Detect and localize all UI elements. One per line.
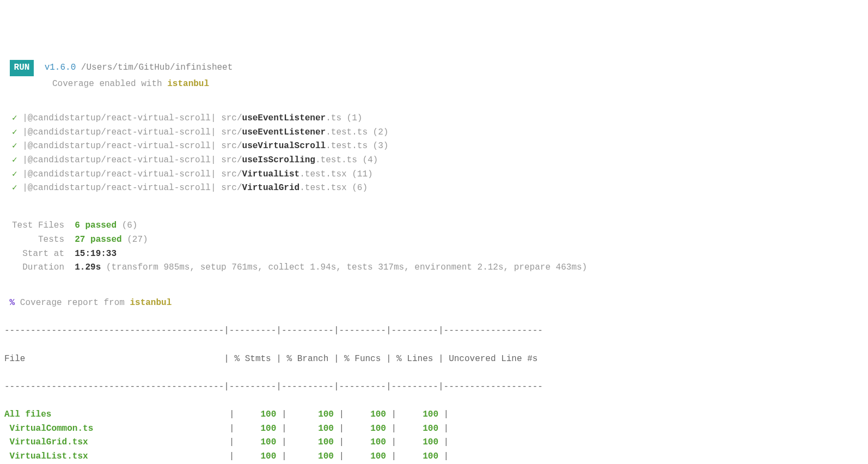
package-name: @candidstartup/react-virtual-scroll	[28, 155, 211, 165]
coverage-report-line: % Coverage report from istanbul	[4, 296, 864, 310]
file-name: VirtualGrid	[242, 183, 300, 193]
test-files-label: Test Files	[12, 221, 64, 230]
summary-duration: Duration 1.29s (transform 985ms, setup 7…	[12, 261, 864, 275]
coverage-stmts: 100	[240, 424, 276, 434]
file-ext: .test.ts	[326, 127, 368, 137]
table-row: VirtualCommon.ts | 100 | 100 | 100 | 100…	[4, 422, 864, 436]
file-ext: .ts	[326, 113, 341, 123]
tests-label: Tests	[38, 235, 64, 245]
coverage-lines: 100	[402, 424, 438, 434]
coverage-tool: istanbul	[167, 79, 209, 89]
summary-test-files: Test Files 6 passed (6)	[12, 219, 864, 233]
package-name: @candidstartup/react-virtual-scroll	[28, 183, 211, 193]
test-files-passed: 6 passed	[75, 221, 117, 230]
coverage-funcs: 100	[350, 410, 386, 419]
coverage-stmts: 100	[240, 410, 276, 419]
file-ext: .test.tsx	[299, 169, 346, 179]
coverage-funcs: 100	[350, 424, 386, 434]
file-dir: src/	[221, 155, 242, 165]
test-files-total: (6)	[122, 221, 138, 230]
test-files-list: ✓ |@candidstartup/react-virtual-scroll| …	[12, 112, 864, 196]
test-count: (6)	[352, 183, 368, 193]
pipe-separator: |	[22, 141, 28, 151]
table-divider-top: ----------------------------------------…	[4, 324, 864, 338]
coverage-file: VirtualList.tsx	[4, 451, 88, 461]
pipe-separator: |	[211, 155, 216, 165]
package-name: @candidstartup/react-virtual-scroll	[28, 169, 211, 179]
test-count: (11)	[352, 169, 372, 179]
pipe-separator: |	[211, 183, 216, 193]
pipe-separator: |	[22, 169, 28, 179]
coverage-branch: 100	[292, 437, 334, 447]
pipe-separator: |	[22, 155, 28, 165]
file-dir: src/	[221, 183, 242, 193]
duration-detail: (transform 985ms, setup 761ms, collect 1…	[106, 262, 587, 272]
pipe-separator: |	[211, 113, 216, 123]
summary-tests: Tests 27 passed (27)	[12, 233, 864, 247]
version-text: v1.6.0	[45, 63, 76, 72]
coverage-file: All files	[4, 410, 51, 419]
file-name: useEventListener	[242, 113, 326, 123]
duration-label: Duration	[22, 262, 64, 272]
coverage-report-prefix: Coverage report from	[15, 298, 130, 308]
file-ext: .test.ts	[326, 141, 368, 151]
run-badge: RUN	[10, 60, 34, 76]
pipe-separator: |	[211, 141, 216, 151]
check-icon: ✓	[12, 155, 17, 165]
duration-value: 1.29s	[75, 262, 101, 272]
pipe-separator: |	[22, 113, 28, 123]
pipe-separator: |	[22, 127, 28, 137]
pipe-separator: |	[22, 183, 28, 193]
test-count: (4)	[362, 155, 378, 165]
file-dir: src/	[221, 127, 242, 137]
check-icon: ✓	[12, 141, 17, 151]
table-header-row: File | % Stmts | % Branch | % Funcs | % …	[4, 352, 864, 367]
table-divider-mid: ----------------------------------------…	[4, 380, 864, 394]
tests-total: (27)	[127, 235, 148, 245]
coverage-funcs: 100	[350, 451, 386, 461]
file-ext: .test.tsx	[299, 183, 346, 193]
file-ext: .test.ts	[315, 155, 357, 165]
file-dir: src/	[221, 169, 242, 179]
test-file-line: ✓ |@candidstartup/react-virtual-scroll| …	[12, 139, 864, 154]
file-name: useIsScrolling	[242, 155, 315, 165]
run-header: RUN v1.6.0 /Users/tim/GitHub/infinisheet	[4, 60, 864, 76]
check-icon: ✓	[12, 183, 17, 193]
table-row: VirtualGrid.tsx | 100 | 100 | 100 | 100 …	[4, 436, 864, 450]
test-file-line: ✓ |@candidstartup/react-virtual-scroll| …	[12, 126, 864, 140]
coverage-stmts: 100	[240, 451, 276, 461]
coverage-file: VirtualCommon.ts	[4, 424, 93, 434]
percent-icon: %	[10, 298, 15, 308]
test-file-line: ✓ |@candidstartup/react-virtual-scroll| …	[12, 154, 864, 168]
test-count: (3)	[373, 141, 389, 151]
tests-passed: 27 passed	[75, 235, 121, 245]
coverage-rows: All files | 100 | 100 | 100 | 100 | Virt…	[4, 408, 864, 464]
summary-block: Test Files 6 passed (6) Tests 27 passed …	[12, 219, 864, 274]
project-path: /Users/tim/GitHub/infinisheet	[81, 63, 233, 72]
test-file-line: ✓ |@candidstartup/react-virtual-scroll| …	[12, 181, 864, 196]
coverage-lines: 100	[402, 451, 438, 461]
test-count: (1)	[347, 113, 363, 123]
coverage-stmts: 100	[240, 437, 276, 447]
test-file-line: ✓ |@candidstartup/react-virtual-scroll| …	[12, 112, 864, 126]
summary-start: Start at 15:19:33	[12, 247, 864, 261]
file-name: VirtualList	[242, 169, 300, 179]
test-count: (2)	[373, 127, 389, 137]
file-name: useEventListener	[242, 127, 326, 137]
check-icon: ✓	[12, 113, 17, 123]
package-name: @candidstartup/react-virtual-scroll	[28, 127, 211, 137]
coverage-report-tool: istanbul	[130, 298, 172, 308]
pipe-separator: |	[211, 127, 216, 137]
check-icon: ✓	[12, 127, 17, 137]
pipe-separator: |	[211, 169, 216, 179]
package-name: @candidstartup/react-virtual-scroll	[28, 113, 211, 123]
coverage-branch: 100	[292, 451, 334, 461]
test-file-line: ✓ |@candidstartup/react-virtual-scroll| …	[12, 168, 864, 182]
coverage-funcs: 100	[350, 437, 386, 447]
coverage-lines: 100	[402, 410, 438, 419]
start-label: Start at	[22, 249, 64, 259]
file-name: useVirtualScroll	[242, 141, 326, 151]
table-row: All files | 100 | 100 | 100 | 100 |	[4, 408, 864, 422]
coverage-branch: 100	[292, 410, 334, 419]
check-icon: ✓	[12, 169, 17, 179]
